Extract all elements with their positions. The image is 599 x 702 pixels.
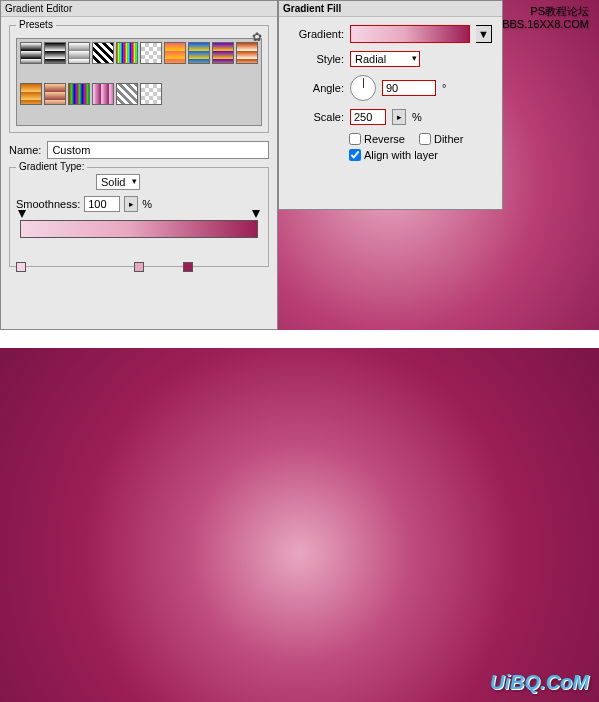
preset-swatch[interactable] <box>188 42 210 64</box>
gradient-bar[interactable] <box>20 220 258 238</box>
preset-swatch[interactable] <box>92 42 114 64</box>
name-input[interactable] <box>47 141 269 159</box>
fill-title: Gradient Fill <box>279 1 502 17</box>
preset-swatch[interactable] <box>44 42 66 64</box>
align-label: Align with layer <box>364 149 438 161</box>
name-label: Name: <box>9 144 41 156</box>
watermark-forum-line1: PS教程论坛 <box>530 5 589 17</box>
color-stop-2[interactable] <box>134 262 144 272</box>
preset-swatch[interactable] <box>20 42 42 64</box>
preset-swatch[interactable] <box>92 83 114 105</box>
result-preview: UiBQ.CoM <box>0 348 599 702</box>
align-checkbox[interactable]: Align with layer <box>349 149 438 161</box>
angle-input[interactable] <box>382 80 436 96</box>
opacity-stop-right[interactable] <box>252 210 260 218</box>
smoothness-label: Smoothness: <box>16 198 80 210</box>
smoothness-unit: % <box>142 198 152 210</box>
gear-icon[interactable]: ✿ <box>252 30 262 44</box>
watermark-forum-line2: BBS.16XX8.COM <box>502 18 589 30</box>
presets-label: Presets <box>16 19 56 30</box>
reverse-label: Reverse <box>364 133 405 145</box>
preset-swatch[interactable] <box>236 42 258 64</box>
gradient-preview[interactable] <box>350 25 470 43</box>
preset-swatch[interactable] <box>140 83 162 105</box>
angle-dial[interactable] <box>350 75 376 101</box>
preset-swatch[interactable] <box>68 42 90 64</box>
preset-swatch[interactable] <box>44 83 66 105</box>
angle-unit: ° <box>442 82 446 94</box>
presets-group: Presets ✿ <box>9 25 269 133</box>
color-stop-3[interactable] <box>183 262 193 272</box>
gradient-type-select[interactable]: Solid <box>96 174 140 190</box>
gradient-type-label: Gradient Type: <box>16 161 87 172</box>
gradient-type-group: Gradient Type: Solid Smoothness: ▸ % <box>9 167 269 267</box>
scale-flyout-icon[interactable]: ▸ <box>392 109 406 125</box>
gradient-label: Gradient: <box>289 28 344 40</box>
smoothness-input[interactable] <box>84 196 120 212</box>
preset-swatch-grid <box>16 38 262 126</box>
style-label: Style: <box>289 53 344 65</box>
scale-input[interactable] <box>350 109 386 125</box>
editor-title: Gradient Editor <box>1 1 277 17</box>
preset-swatch[interactable] <box>140 42 162 64</box>
style-select[interactable]: Radial <box>350 51 420 67</box>
color-stop-1[interactable] <box>16 262 26 272</box>
gradient-dropdown-icon[interactable]: ▼ <box>476 25 492 43</box>
scale-unit: % <box>412 111 422 123</box>
preset-swatch[interactable] <box>68 83 90 105</box>
gradient-fill-panel: Gradient Fill Gradient: ▼ Style: Radial … <box>278 0 503 210</box>
preset-swatch[interactable] <box>116 83 138 105</box>
scale-label: Scale: <box>289 111 344 123</box>
gradient-bar-editor[interactable] <box>16 220 262 260</box>
dither-checkbox[interactable]: Dither <box>419 133 463 145</box>
smoothness-flyout-icon[interactable]: ▸ <box>124 196 138 212</box>
preset-swatch[interactable] <box>212 42 234 64</box>
watermark-forum: PS教程论坛 BBS.16XX8.COM <box>502 5 589 31</box>
gradient-editor-panel: Gradient Editor Presets ✿ Name: Gradient… <box>0 0 278 330</box>
angle-label: Angle: <box>289 82 344 94</box>
reverse-checkbox[interactable]: Reverse <box>349 133 405 145</box>
watermark-uibq: UiBQ.CoM <box>490 671 589 694</box>
opacity-stop-left[interactable] <box>18 210 26 218</box>
preset-swatch[interactable] <box>116 42 138 64</box>
preset-swatch[interactable] <box>164 42 186 64</box>
preset-swatch[interactable] <box>20 83 42 105</box>
dither-label: Dither <box>434 133 463 145</box>
